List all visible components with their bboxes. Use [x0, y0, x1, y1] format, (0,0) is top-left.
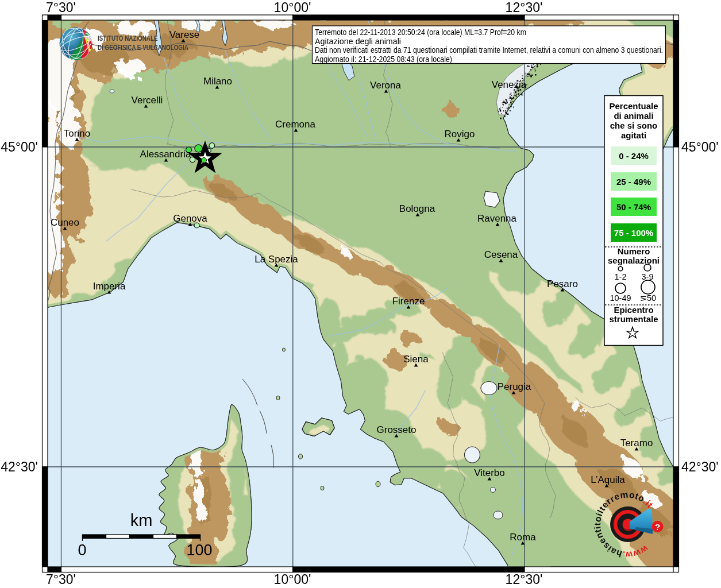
svg-text:Viterbo: Viterbo [474, 467, 505, 478]
svg-text:42°30': 42°30' [681, 459, 719, 474]
svg-text:Venezia: Venezia [492, 79, 527, 90]
svg-text:Epicentro: Epicentro [614, 305, 653, 315]
svg-text:Torino: Torino [64, 128, 90, 139]
svg-text:0: 0 [78, 541, 86, 559]
svg-text:Dati non verificati estratti d: Dati non verificati estratti da 71 quest… [315, 45, 663, 55]
svg-text:Firenze: Firenze [392, 296, 425, 307]
svg-text:0 - 24%: 0 - 24% [619, 151, 649, 161]
svg-text:7°30': 7°30' [46, 0, 76, 15]
svg-text:segnalazioni: segnalazioni [608, 256, 660, 265]
svg-text:45°00': 45°00' [1, 140, 38, 154]
svg-text:Teramo: Teramo [620, 438, 653, 448]
svg-text:La Spezia: La Spezia [255, 254, 298, 265]
svg-text:Verona: Verona [370, 80, 401, 91]
svg-text:di animali: di animali [614, 111, 653, 121]
svg-text:⋝50: ⋝50 [640, 293, 656, 303]
svg-text:L’Aquila: L’Aquila [591, 474, 625, 485]
svg-text:Genova: Genova [173, 213, 207, 224]
svg-text:1-2: 1-2 [615, 272, 627, 281]
svg-text:agitati: agitati [621, 130, 646, 140]
svg-text:Varese: Varese [169, 29, 200, 40]
svg-text:45°00': 45°00' [681, 140, 719, 154]
svg-text:Grosseto: Grosseto [377, 424, 417, 435]
svg-text:12°30': 12°30' [506, 572, 543, 587]
svg-text:7°30': 7°30' [46, 572, 76, 587]
svg-text:Cuneo: Cuneo [51, 217, 79, 228]
svg-text:Imperia: Imperia [93, 281, 126, 292]
svg-text:10°00': 10°00' [274, 0, 311, 15]
svg-text:Alessandria: Alessandria [140, 149, 191, 160]
svg-text:50 - 74%: 50 - 74% [616, 202, 651, 212]
svg-text:strumentale: strumentale [609, 314, 658, 324]
svg-text:Ravenna: Ravenna [477, 213, 517, 224]
svg-text:25 - 49%: 25 - 49% [616, 177, 651, 187]
svg-text:100: 100 [186, 541, 212, 559]
svg-text:che si sono: che si sono [610, 121, 658, 130]
svg-text:Rovigo: Rovigo [445, 129, 475, 140]
svg-text:Numero: Numero [618, 246, 650, 256]
svg-text:Pesaro: Pesaro [547, 278, 578, 289]
svg-text:Cesena: Cesena [484, 249, 518, 260]
svg-text:Percentuale: Percentuale [609, 101, 658, 111]
svg-text:DI GEOFISICA E VULCANOLOGIA: DI GEOFISICA E VULCANOLOGIA [98, 44, 188, 51]
svg-text:Terremoto del 22-11-2013 20:50: Terremoto del 22-11-2013 20:50:24 (ora l… [315, 28, 526, 37]
svg-text:42°30': 42°30' [1, 459, 38, 474]
svg-text:Agitazione degli animali: Agitazione degli animali [315, 37, 401, 46]
svg-text:Milano: Milano [203, 76, 232, 87]
svg-text:Roma: Roma [510, 532, 536, 543]
svg-text:10°00': 10°00' [274, 572, 311, 587]
svg-text:75 - 100%: 75 - 100% [614, 228, 653, 238]
svg-text:12°30': 12°30' [506, 0, 543, 15]
svg-text:ISTITUTO NAZIONALE: ISTITUTO NAZIONALE [98, 34, 158, 42]
svg-text:?: ? [655, 522, 660, 532]
svg-text:Bologna: Bologna [399, 203, 435, 214]
svg-text:Cremona: Cremona [275, 119, 315, 130]
svg-text:Aggiornato il: 21-12-2025 08:4: Aggiornato il: 21-12-2025 08:43 (ora loc… [315, 55, 452, 64]
svg-text:Perugia: Perugia [498, 381, 531, 392]
svg-text:km: km [130, 511, 153, 529]
svg-text:Vercelli: Vercelli [132, 95, 163, 106]
svg-text:10-49: 10-49 [610, 293, 631, 303]
svg-text:Siena: Siena [403, 354, 429, 365]
